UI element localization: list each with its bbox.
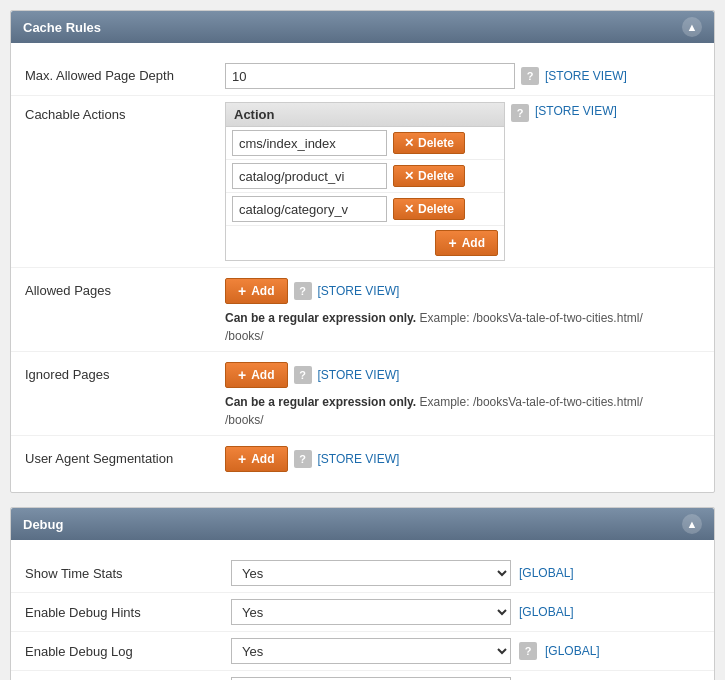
max-page-depth-input-row: ? [STORE VIEW]	[225, 63, 700, 89]
user-agent-store-view-link[interactable]: [STORE VIEW]	[318, 452, 400, 466]
ignored-pages-hint-icon[interactable]: ?	[294, 366, 312, 384]
cache-rules-header: Cache Rules ▲	[11, 11, 714, 43]
ignored-pages-helper-bold: Can be a regular expression only.	[225, 395, 416, 409]
page-wrapper: Cache Rules ▲ Max. Allowed Page Depth ? …	[0, 0, 725, 680]
user-agent-controls: + Add ? [STORE VIEW]	[225, 446, 700, 472]
delete-icon-1: ✕	[404, 136, 414, 150]
enable-debug-log-hint-icon[interactable]: ?	[519, 642, 537, 660]
debug-collapse-button[interactable]: ▲	[682, 514, 702, 534]
actions-add-row: + Add	[226, 226, 504, 260]
delete-button-1[interactable]: ✕ Delete	[393, 132, 465, 154]
allowed-pages-helper-bold: Can be a regular expression only.	[225, 311, 416, 325]
enable-debug-hints-row: Enable Debug Hints Yes No [GLOBAL]	[11, 592, 714, 631]
cache-rules-panel: Cache Rules ▲ Max. Allowed Page Depth ? …	[10, 10, 715, 493]
enable-debug-log-controls: Yes No ? [GLOBAL]	[231, 638, 700, 664]
table-row: ✕ Delete	[226, 193, 504, 226]
max-page-depth-controls: ? [STORE VIEW]	[225, 63, 700, 89]
show-debug-hints-for-row: Show debug hints only for ? [GLOBAL]	[11, 670, 714, 680]
show-time-stats-select[interactable]: Yes No	[231, 560, 511, 586]
show-time-stats-row: Show Time Stats Yes No [GLOBAL]	[11, 554, 714, 592]
allowed-pages-helper-text: Example: /booksVa-tale-of-two-cities.htm…	[416, 311, 643, 325]
show-time-stats-controls: Yes No [GLOBAL]	[231, 560, 700, 586]
allowed-pages-store-view-link[interactable]: [STORE VIEW]	[318, 284, 400, 298]
ignored-pages-add-icon: +	[238, 367, 246, 383]
actions-add-button[interactable]: + Add	[435, 230, 498, 256]
debug-panel: Debug ▲ Show Time Stats Yes No [GLOBAL]	[10, 507, 715, 680]
ignored-pages-helper-text: Example: /booksVa-tale-of-two-cities.htm…	[416, 395, 643, 409]
user-agent-label: User Agent Segmentation	[25, 446, 225, 466]
ignored-pages-store-view-link[interactable]: [STORE VIEW]	[318, 368, 400, 382]
action-input-3[interactable]	[232, 196, 387, 222]
cachable-actions-store-view-link[interactable]: [STORE VIEW]	[535, 104, 617, 118]
allowed-pages-add-button[interactable]: + Add	[225, 278, 288, 304]
delete-button-3[interactable]: ✕ Delete	[393, 198, 465, 220]
enable-debug-hints-select[interactable]: Yes No	[231, 599, 511, 625]
allowed-pages-hint-icon[interactable]: ?	[294, 282, 312, 300]
delete-icon-3: ✕	[404, 202, 414, 216]
debug-title: Debug	[23, 517, 63, 532]
collapse-icon: ▲	[687, 21, 698, 33]
action-input-2[interactable]	[232, 163, 387, 189]
max-page-depth-input[interactable]	[225, 63, 515, 89]
cachable-actions-label: Cachable Actions	[25, 102, 225, 122]
user-agent-add-button[interactable]: + Add	[225, 446, 288, 472]
enable-debug-hints-global-link[interactable]: [GLOBAL]	[519, 605, 574, 619]
cache-rules-title: Cache Rules	[23, 20, 101, 35]
ignored-pages-row: Ignored Pages + Add ? [STORE VIEW] Can b	[11, 351, 714, 435]
show-time-stats-label: Show Time Stats	[25, 566, 225, 581]
max-page-depth-store-view-link[interactable]: [STORE VIEW]	[545, 69, 627, 83]
ignored-pages-helper: Can be a regular expression only. Exampl…	[225, 393, 700, 429]
enable-debug-log-global-link[interactable]: [GLOBAL]	[545, 644, 600, 658]
cachable-actions-input-row: Action ✕ Delete	[225, 102, 700, 261]
actions-table-header: Action	[226, 103, 504, 127]
ignored-pages-helper-line2: /books/	[225, 413, 264, 427]
show-time-stats-global-link[interactable]: [GLOBAL]	[519, 566, 574, 580]
enable-debug-log-row: Enable Debug Log Yes No ? [GLOBAL]	[11, 631, 714, 670]
delete-icon-2: ✕	[404, 169, 414, 183]
allowed-pages-helper: Can be a regular expression only. Exampl…	[225, 309, 700, 345]
cachable-actions-row: Cachable Actions Action ✕	[11, 95, 714, 267]
user-agent-input-row: + Add ? [STORE VIEW]	[225, 446, 700, 472]
max-page-depth-hint-icon[interactable]: ?	[521, 67, 539, 85]
debug-body: Show Time Stats Yes No [GLOBAL] Enable D…	[11, 540, 714, 680]
table-row: ✕ Delete	[226, 127, 504, 160]
allowed-pages-helper-line2: /books/	[225, 329, 264, 343]
cachable-actions-controls: Action ✕ Delete	[225, 102, 700, 261]
cachable-actions-table: Action ✕ Delete	[225, 102, 505, 261]
table-row: ✕ Delete	[226, 160, 504, 193]
allowed-pages-row: Allowed Pages + Add ? [STORE VIEW] Can b	[11, 267, 714, 351]
allowed-pages-controls: + Add ? [STORE VIEW] Can be a regular ex…	[225, 278, 700, 345]
max-page-depth-row: Max. Allowed Page Depth ? [STORE VIEW]	[11, 57, 714, 95]
debug-collapse-icon: ▲	[687, 518, 698, 530]
ignored-pages-label: Ignored Pages	[25, 362, 225, 382]
max-page-depth-label: Max. Allowed Page Depth	[25, 63, 225, 83]
actions-add-icon: +	[448, 235, 456, 251]
user-agent-hint-icon[interactable]: ?	[294, 450, 312, 468]
allowed-pages-add-icon: +	[238, 283, 246, 299]
enable-debug-hints-label: Enable Debug Hints	[25, 605, 225, 620]
cache-rules-body: Max. Allowed Page Depth ? [STORE VIEW] C…	[11, 43, 714, 492]
ignored-pages-input-row: + Add ? [STORE VIEW]	[225, 362, 700, 388]
allowed-pages-label: Allowed Pages	[25, 278, 225, 298]
action-input-1[interactable]	[232, 130, 387, 156]
ignored-pages-add-button[interactable]: + Add	[225, 362, 288, 388]
allowed-pages-input-row: + Add ? [STORE VIEW]	[225, 278, 700, 304]
enable-debug-hints-controls: Yes No [GLOBAL]	[231, 599, 700, 625]
delete-button-2[interactable]: ✕ Delete	[393, 165, 465, 187]
enable-debug-log-select[interactable]: Yes No	[231, 638, 511, 664]
cache-rules-collapse-button[interactable]: ▲	[682, 17, 702, 37]
ignored-pages-controls: + Add ? [STORE VIEW] Can be a regular ex…	[225, 362, 700, 429]
debug-header: Debug ▲	[11, 508, 714, 540]
enable-debug-log-label: Enable Debug Log	[25, 644, 225, 659]
cachable-actions-hint-icon[interactable]: ?	[511, 104, 529, 122]
user-agent-add-icon: +	[238, 451, 246, 467]
user-agent-row: User Agent Segmentation + Add ? [STORE V…	[11, 435, 714, 478]
